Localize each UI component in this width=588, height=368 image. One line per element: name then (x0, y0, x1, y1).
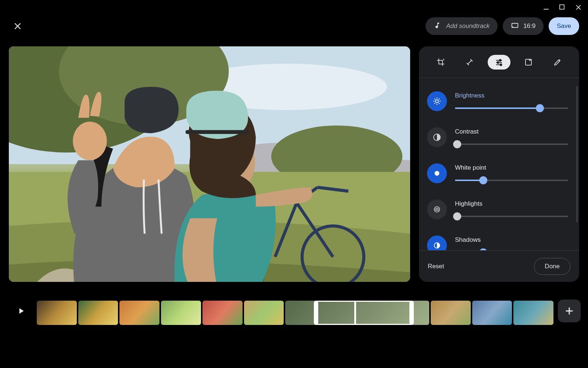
save-label: Save (557, 22, 571, 30)
svg-rect-1 (560, 5, 564, 9)
highlights-icon[interactable] (427, 199, 447, 219)
maximize-icon[interactable] (559, 4, 567, 12)
tab-markup[interactable] (546, 55, 569, 70)
trim-handle-right[interactable] (409, 301, 414, 325)
reset-button[interactable]: Reset (428, 263, 444, 270)
clip-thumbnail[interactable] (244, 301, 284, 325)
adjustment-brightness: Brightness (427, 86, 568, 122)
white-point-slider[interactable] (455, 178, 568, 183)
panel-footer: Reset Done (419, 250, 579, 282)
svg-point-19 (499, 59, 501, 61)
highlights-slider[interactable] (455, 214, 568, 219)
timeline (0, 294, 588, 342)
editor-panel: Brightness Contrast (419, 46, 579, 282)
adjustments-list[interactable]: Brightness Contrast (419, 78, 579, 250)
window-close-icon[interactable] (575, 4, 583, 12)
svg-point-27 (435, 171, 440, 176)
trim-handle-left[interactable] (314, 301, 318, 325)
adjustment-contrast: Contrast (427, 122, 568, 158)
svg-point-23 (500, 64, 502, 66)
clip-strip[interactable] (37, 300, 553, 326)
shadows-icon[interactable] (427, 236, 447, 250)
aspect-ratio-button[interactable]: 16:9 (503, 17, 544, 35)
svg-point-21 (497, 61, 499, 63)
adjustment-highlights: Highlights (427, 194, 568, 230)
aspect-ratio-icon (511, 21, 519, 31)
soundtrack-label: Add soundtrack (446, 22, 490, 30)
add-clip-button[interactable] (558, 300, 581, 322)
minimize-icon[interactable] (542, 4, 551, 12)
contrast-label: Contrast (455, 128, 568, 135)
white-point-icon[interactable] (427, 163, 447, 183)
highlights-label: Highlights (455, 200, 568, 208)
tool-tabs (419, 46, 579, 78)
shadows-label: Shadows (455, 236, 568, 244)
contrast-icon[interactable] (427, 127, 447, 147)
svg-rect-17 (186, 130, 249, 134)
clip-thumbnail[interactable] (202, 301, 243, 325)
brightness-slider[interactable] (455, 106, 568, 110)
trim-selection (314, 301, 413, 325)
playhead[interactable] (354, 301, 356, 325)
play-button[interactable] (10, 300, 32, 322)
scrollbar[interactable] (576, 86, 578, 222)
svg-point-25 (435, 100, 438, 103)
close-editor-button[interactable] (9, 17, 26, 35)
clip-thumbnail[interactable] (431, 301, 471, 325)
tab-adjust[interactable] (488, 55, 510, 70)
clip-thumbnail[interactable] (161, 301, 201, 325)
svg-point-15 (73, 122, 107, 160)
clip-thumbnail[interactable] (37, 301, 77, 325)
tab-tools[interactable] (458, 55, 481, 70)
main-row: Brightness Contrast (9, 46, 579, 282)
brightness-icon[interactable] (427, 91, 447, 111)
white-point-label: White point (455, 164, 568, 171)
save-button[interactable]: Save (549, 17, 579, 35)
window-controls (542, 4, 583, 12)
contrast-slider[interactable] (455, 142, 568, 146)
adjustment-shadows: Shadows (427, 230, 568, 250)
clip-thumbnail[interactable] (78, 301, 118, 325)
video-preview[interactable] (9, 46, 410, 282)
clip-thumbnail[interactable] (119, 301, 159, 325)
clip-thumbnail-selected[interactable] (285, 301, 429, 325)
top-bar: Add soundtrack 16:9 Save (0, 14, 588, 38)
brightness-label: Brightness (455, 92, 568, 99)
music-note-icon (434, 22, 441, 31)
aspect-ratio-label: 16:9 (523, 22, 535, 30)
clip-thumbnail[interactable] (472, 301, 512, 325)
add-soundtrack-button[interactable]: Add soundtrack (426, 17, 498, 35)
tab-filters[interactable] (517, 55, 540, 70)
tab-crop[interactable] (429, 55, 452, 70)
done-button[interactable]: Done (534, 258, 570, 275)
adjustment-white-point: White point (427, 158, 568, 194)
clip-thumbnail[interactable] (513, 301, 553, 325)
